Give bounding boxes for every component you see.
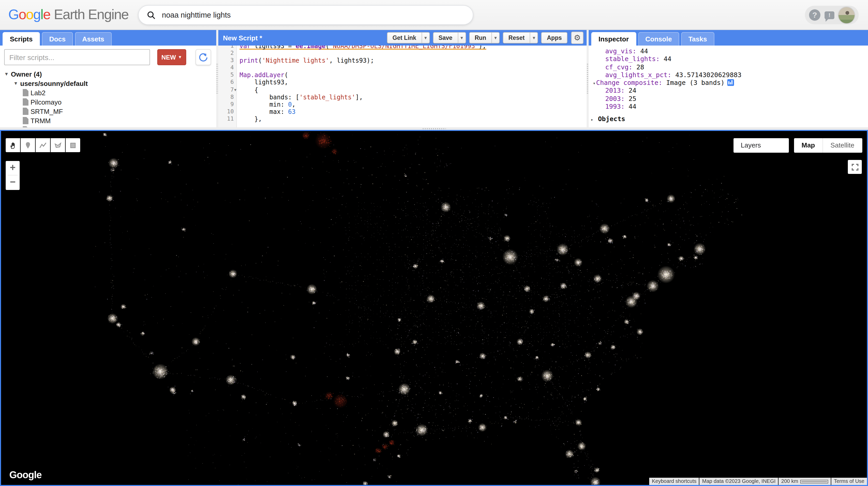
tab-inspector[interactable]: Inspector — [591, 32, 636, 45]
google-logo: Google — [8, 7, 50, 22]
chart-icon[interactable] — [727, 79, 734, 86]
inspector-entry: 2003: 25 — [589, 95, 868, 103]
zoom-out-button[interactable]: − — [6, 176, 20, 189]
feedback-icon[interactable]: ! — [825, 11, 834, 19]
run-button[interactable]: Run▼ — [469, 32, 500, 43]
code-line-11[interactable]: }, — [240, 115, 587, 123]
panel-resize-handle[interactable] — [216, 30, 218, 127]
terms-of-use-link[interactable]: Terms of Use — [831, 478, 867, 485]
search-input[interactable] — [162, 11, 465, 19]
map-type-map[interactable]: Map — [794, 138, 823, 153]
product-name: Earth Engine — [54, 7, 128, 22]
apps-button[interactable]: Apps — [541, 32, 568, 43]
tab-tasks[interactable]: Tasks — [681, 32, 714, 45]
scale-control: 200 km — [779, 478, 831, 485]
dropdown-caret-icon[interactable]: ▼ — [458, 33, 465, 43]
dropdown-caret-icon[interactable]: ▼ — [491, 33, 499, 43]
tab-assets[interactable]: Assets — [75, 32, 112, 45]
file-icon — [23, 117, 28, 124]
tree-item[interactable]: Lab2 — [0, 88, 216, 97]
tab-scripts[interactable]: Scripts — [3, 32, 40, 45]
code-line-1[interactable]: var lights93 = ee.Image('NOAA/DMSP-OLS/N… — [240, 45, 587, 50]
refresh-icon — [199, 53, 208, 62]
code-line-4[interactable] — [240, 64, 587, 72]
pan-hand-icon[interactable] — [6, 138, 20, 152]
fullscreen-icon — [851, 163, 859, 171]
tab-docs[interactable]: Docs — [42, 32, 73, 45]
map-type-toggle: Map Satellite — [794, 138, 862, 153]
code-line-10[interactable]: max: 63 — [240, 108, 587, 115]
keyboard-shortcuts-button[interactable]: Keyboard shortcuts — [649, 478, 699, 485]
help-icon[interactable]: ? — [809, 9, 820, 21]
code-line-2[interactable] — [240, 50, 587, 57]
draw-line-icon[interactable] — [36, 138, 50, 152]
search-icon — [147, 10, 156, 20]
dropdown-caret-icon[interactable]: ▼ — [421, 33, 429, 43]
map-type-satellite[interactable]: Satellite — [823, 138, 862, 153]
search-bar[interactable] — [138, 5, 473, 25]
code-line-7[interactable]: { — [240, 86, 587, 93]
objects-label: Objects — [598, 115, 625, 123]
gear-icon[interactable]: ⚙ — [571, 32, 584, 44]
zoom-in-button[interactable]: + — [6, 161, 20, 175]
map-attribution-bar: Keyboard shortcuts Map data ©2023 Google… — [649, 478, 867, 485]
new-script-button[interactable]: NEW ▼ — [157, 49, 186, 65]
tree-item[interactable]: Pilcomayo — [0, 97, 216, 107]
code-lines[interactable]: var lights93 = ee.Image('NOAA/DMSP-OLS/N… — [237, 45, 587, 127]
code-line-9[interactable]: min: 0, — [240, 101, 587, 108]
scripts-panel: Scripts Docs Assets NEW ▼ ▼Owner (4)▼use… — [0, 30, 216, 127]
draw-polygon-icon[interactable] — [51, 138, 65, 152]
chevron-down-icon: ▼ — [178, 55, 182, 60]
map-data-attribution: Map data ©2023 Google, INEGI — [700, 478, 778, 485]
layers-button[interactable]: Layers — [734, 138, 789, 153]
google-maps-logo: Google — [9, 469, 42, 481]
place-marker-icon[interactable] — [21, 138, 35, 152]
file-icon — [23, 108, 28, 115]
nighttime-lights-map[interactable] — [1, 131, 867, 485]
line-number-gutter: 1234567▼891011 — [218, 45, 237, 127]
scripts-tabbar: Scripts Docs Assets — [0, 30, 216, 45]
script-tree: ▼Owner (4)▼users/sounny/defaultLab2Pilco… — [0, 68, 216, 127]
editor-toolbar: New Script * Get Link▼Save▼Run▼Reset▼App… — [218, 30, 587, 45]
code-line-3[interactable]: print('Nighttime lights', lights93); — [240, 57, 587, 64]
code-editor[interactable]: 1234567▼891011 var lights93 = ee.Image('… — [218, 45, 587, 127]
app-header: GoogleEarth Engine ? ! — [0, 0, 868, 30]
inspector-entry: cf_cvg: 28 — [589, 63, 868, 71]
dropdown-caret-icon[interactable]: ▼ — [530, 33, 538, 43]
chevron-right-icon: ▸ — [591, 117, 594, 122]
scale-label: 200 km — [781, 478, 799, 485]
workspace-panels: Scripts Docs Assets NEW ▼ ▼Owner (4)▼use… — [0, 30, 868, 127]
tree-group[interactable]: ▼users/sounny/default — [0, 79, 216, 88]
file-icon — [23, 89, 28, 96]
objects-section[interactable]: ▸ Objects — [589, 115, 868, 123]
tab-console[interactable]: Console — [638, 32, 679, 45]
tree-item[interactable]: SRTM_MF — [0, 107, 216, 116]
code-line-8[interactable]: bands: ['stable_lights'], — [240, 93, 587, 101]
get-link-button[interactable]: Get Link▼ — [387, 32, 430, 43]
geometry-toolbar — [6, 138, 80, 152]
tree-group[interactable]: ▼Owner (4) — [0, 69, 216, 79]
new-button-label: NEW — [161, 54, 176, 61]
code-editor-panel: New Script * Get Link▼Save▼Run▼Reset▼App… — [218, 30, 587, 127]
fullscreen-button[interactable] — [848, 160, 862, 174]
code-line-6[interactable]: lights93, — [240, 79, 587, 86]
earth-engine-app: GoogleEarth Engine ? ! Scripts Docs Asse… — [0, 0, 868, 486]
tree-item[interactable]: TRMM — [0, 116, 216, 125]
tree-item[interactable]: Texas — [0, 125, 216, 127]
scale-bar — [800, 480, 828, 483]
inspector-panel: Inspector Console Tasks avg_vis: 44stabl… — [589, 30, 868, 127]
refresh-scripts-button[interactable] — [195, 49, 211, 65]
inspector-entry: avg_lights_x_pct: 43.57143020629883 — [589, 71, 868, 79]
google-earth-engine-logo: GoogleEarth Engine — [8, 7, 128, 23]
inspector-entry[interactable]: ▾Change composite: Image (3 bands) — [589, 79, 868, 87]
filter-scripts-input[interactable] — [4, 49, 150, 65]
user-avatar[interactable] — [838, 7, 855, 23]
save-button[interactable]: Save▼ — [433, 32, 466, 43]
panel-resize-handle[interactable] — [587, 30, 589, 127]
inspector-tabbar: Inspector Console Tasks — [589, 30, 868, 45]
map-resize-handle[interactable] — [0, 127, 868, 130]
code-line-5[interactable]: Map.addLayer( — [240, 72, 587, 79]
draw-rectangle-icon[interactable] — [66, 138, 80, 152]
chevron-down-icon[interactable]: ▾ — [593, 81, 596, 86]
reset-button[interactable]: Reset▼ — [503, 32, 538, 43]
